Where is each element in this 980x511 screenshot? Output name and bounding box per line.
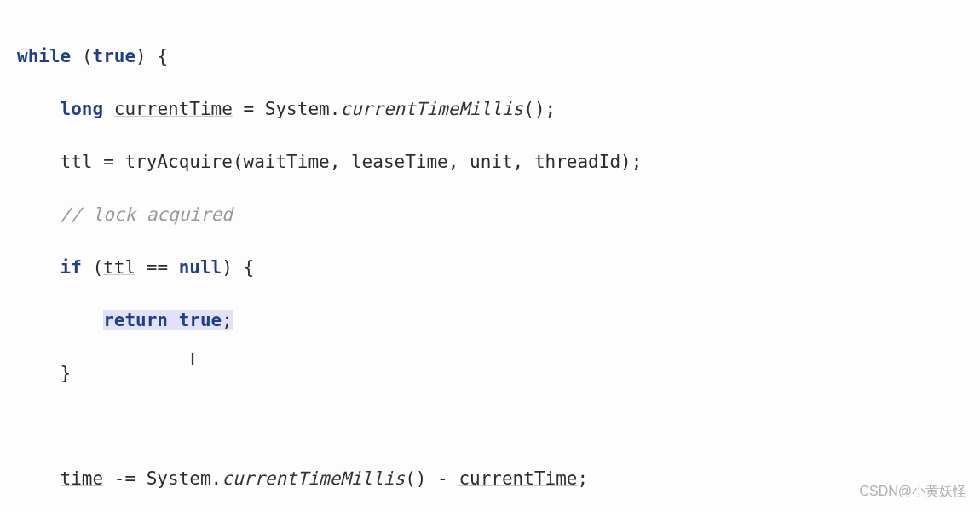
code-line: if (ttl == null) {: [17, 255, 980, 281]
code-line: }: [17, 360, 980, 387]
keyword-return: return: [103, 310, 168, 330]
variable: time: [61, 468, 104, 489]
code-line: long currentTime = System.currentTimeMil…: [17, 96, 980, 123]
variable: currentTime: [458, 468, 577, 489]
keyword-while: while: [17, 46, 71, 66]
variable: ttl: [61, 152, 93, 172]
code-line: [17, 413, 980, 439]
variable: ttl: [103, 257, 135, 278]
code-line: while (true) {: [17, 43, 980, 70]
method-call: currentTimeMillis: [222, 468, 405, 489]
keyword-if: if: [61, 257, 82, 278]
code-line: // lock acquired: [17, 202, 980, 228]
code-line: time -= System.currentTimeMillis() - cur…: [17, 466, 980, 492]
code-line: return true;: [17, 307, 980, 334]
watermark: CSDN@小黄妖怪: [859, 478, 966, 504]
method-call: currentTimeMillis: [340, 99, 523, 119]
text-cursor-icon: I: [189, 346, 196, 372]
keyword-true: true: [179, 310, 222, 330]
comment: // lock acquired: [61, 204, 233, 225]
keyword-long: long: [61, 99, 104, 119]
highlight-usage: return true;: [103, 310, 233, 330]
keyword-true: true: [93, 46, 136, 66]
keyword-null: null: [179, 257, 222, 278]
code-line: ttl = tryAcquire(waitTime, leaseTime, un…: [17, 149, 980, 175]
code-editor[interactable]: while (true) { long currentTime = System…: [0, 0, 980, 511]
variable: currentTime: [114, 99, 233, 119]
